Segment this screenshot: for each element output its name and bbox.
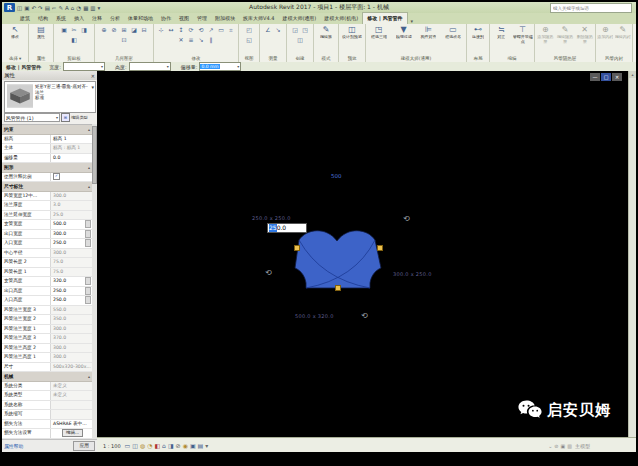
edit-family-button[interactable]: ✎编辑族 (315, 25, 337, 40)
prop-category[interactable]: 机械▴ (2, 372, 92, 382)
constraints-icon[interactable]: ▤ (198, 442, 204, 450)
pin-icon[interactable]: ∥ (207, 35, 216, 44)
hide-isolate-icon[interactable]: ⊘ (176, 442, 181, 450)
instance-selector[interactable]: 风管管件 (1) ▾ (4, 113, 60, 122)
open-icon[interactable]: ◫ (17, 5, 22, 11)
chevron-down-icon[interactable]: ▾ (91, 82, 95, 90)
prop-category[interactable]: 尺寸标注▴ (2, 182, 92, 192)
delete-icon[interactable]: ✕ (177, 35, 186, 44)
flip-control-icon[interactable]: ⟲ (361, 312, 368, 320)
3d-view-icon[interactable]: ⌂ (71, 5, 75, 11)
trim-icon[interactable]: ▭ (217, 25, 226, 34)
tab-manage[interactable]: 管理 (193, 13, 211, 24)
split-face-icon[interactable]: ⊟ (140, 25, 149, 34)
type-selector[interactable]: 矩形Y形三通-圆角-底对齐-法兰 标准 ▾ (4, 81, 96, 113)
detail-level-icon[interactable]: ◫ (132, 442, 138, 450)
tab-struct[interactable]: 结构 (34, 13, 52, 24)
tab-addins[interactable]: 附加模块 (211, 13, 239, 24)
close-icon[interactable]: ✕ (91, 73, 95, 79)
print-icon[interactable]: ▤ (45, 5, 50, 11)
sun-path-icon[interactable]: ◔ (147, 442, 152, 450)
prop-value[interactable]: ✓ (50, 173, 92, 182)
search-input[interactable] (551, 6, 631, 11)
tab-systems[interactable]: 系统 (52, 13, 70, 24)
scale-icon[interactable]: ▭ (125, 442, 131, 450)
prop-category[interactable]: 约束▴ (2, 125, 92, 135)
tab-modeling-master-general[interactable]: 建模大师(通用) (278, 13, 320, 24)
array-icon[interactable]: ≡ (187, 35, 196, 44)
vertical-scrollbar[interactable]: ▴ (628, 71, 636, 437)
thin-lines-icon[interactable]: ▦ (83, 5, 88, 11)
properties-button[interactable]: ▤属性 (30, 25, 52, 40)
dimension-edit-field[interactable]: 250.0 (267, 223, 307, 233)
edit-insulation-button[interactable]: ✎编辑隔热层 (556, 25, 575, 44)
paste-icon[interactable]: ▣ (60, 25, 69, 34)
tab-view[interactable]: 视图 (175, 13, 193, 24)
create-assembly-icon[interactable]: ◫ (296, 35, 305, 44)
flip-control-icon[interactable]: ⟲ (265, 269, 272, 277)
drawing-canvas[interactable]: — □ ✕ ⟲ ⟲ ⟲ 500 250.0 x 250.0 300.0 x 25… (97, 71, 628, 437)
cut-geometry-icon[interactable]: ⊘ (110, 25, 119, 34)
connect-into-button[interactable]: ⊷连接到 (468, 25, 488, 40)
design-preview-button[interactable]: ◫设计别预览 (340, 25, 364, 40)
dimension-label-top[interactable]: 500 (331, 173, 342, 179)
width-dropdown[interactable]: ▾ (63, 62, 105, 71)
editable-only-icon[interactable]: ▥ (567, 443, 572, 449)
offset-dropdown[interactable]: 0.0 mm▾ (199, 62, 241, 71)
visual-style-icon[interactable]: ◍ (140, 442, 145, 450)
align-icon[interactable]: ⊹ (157, 25, 166, 34)
rotate-icon[interactable]: ⟳ (187, 25, 196, 34)
tab-massing[interactable]: 体量和场地 (124, 13, 157, 24)
help-search-box[interactable] (550, 3, 632, 13)
prop-value[interactable]: 0.0 (50, 154, 92, 163)
hide-icon[interactable]: ◰ (245, 25, 254, 34)
create-similar-icon[interactable]: ◳ (301, 25, 310, 34)
properties-header[interactable]: 属性 ✕ (2, 71, 97, 80)
save-icon[interactable]: ▣ (24, 5, 29, 11)
view-scale-button[interactable]: 1 : 100 (103, 443, 121, 449)
redo-icon[interactable]: ↷ (38, 5, 43, 11)
undo-icon[interactable]: ↶ (31, 5, 36, 11)
crop-view-icon[interactable]: ⌂ (162, 442, 166, 450)
scroll-up-icon[interactable]: ▴ (629, 71, 636, 78)
split-icon[interactable]: ⌗ (227, 25, 236, 34)
prop-value[interactable]: 250.0 (50, 239, 85, 248)
measure-angle-icon[interactable]: ∠ (264, 25, 273, 34)
worksets-icon[interactable]: ⌄ (548, 443, 552, 449)
section-icon[interactable]: ◔ (76, 5, 81, 11)
prop-value[interactable]: 编辑... (50, 429, 92, 438)
join-icon[interactable]: ⊞ (120, 25, 129, 34)
remove-insulation-button[interactable]: ✕删除隔热层 (575, 25, 594, 44)
associate-param-button[interactable] (85, 287, 91, 295)
prop-value[interactable]: 标高 1 (50, 135, 92, 144)
prop-value[interactable]: 250.0 (50, 287, 85, 296)
cap-open-ends-button[interactable]: ⊤管帽开放端点 (513, 25, 534, 44)
checkbox-icon[interactable]: ✓ (53, 173, 60, 180)
box-rename-button[interactable]: ▭框选改名 (441, 25, 465, 40)
drag-handle-left[interactable] (294, 245, 300, 251)
add-insulation-button[interactable]: ⊕添加隔热层 (536, 25, 555, 44)
create-group-icon[interactable]: ◲ (291, 25, 300, 34)
tab-annotate[interactable]: 注释 (88, 13, 106, 24)
tab-collaborate[interactable]: 协作 (157, 13, 175, 24)
duct-fitting-shape[interactable] (97, 71, 628, 437)
app-menu-button[interactable]: R (4, 3, 15, 12)
measure-icon[interactable]: ⌐ (52, 5, 57, 11)
height-dropdown[interactable]: ▾ (129, 62, 171, 71)
move-icon[interactable]: ↔ (167, 25, 176, 34)
cut-icon[interactable]: ✂ (70, 25, 79, 34)
prop-value[interactable]: 300.0 (50, 230, 85, 239)
exclude-options-icon[interactable]: ▣ (561, 443, 566, 449)
prop-value[interactable]: ASHRAE 表中... (50, 420, 92, 429)
tab-modeling-master-mep[interactable]: 建模大师(机电) (320, 13, 362, 24)
paint-icon[interactable]: ◪ (130, 25, 139, 34)
associate-param-button[interactable] (85, 277, 91, 285)
box-select-3d-button[interactable]: ◳框选三维 (367, 25, 391, 40)
edit-settings-button[interactable]: 编辑... (62, 429, 83, 437)
prop-value[interactable]: 250.0 (50, 296, 85, 305)
copy-icon[interactable]: ◨ (80, 25, 89, 34)
tab-insert[interactable]: 插入 (70, 13, 88, 24)
scale-icon[interactable]: ↘ (197, 35, 206, 44)
show-crop-icon[interactable]: ◨ (168, 442, 174, 450)
drag-handle-right[interactable] (377, 245, 383, 251)
